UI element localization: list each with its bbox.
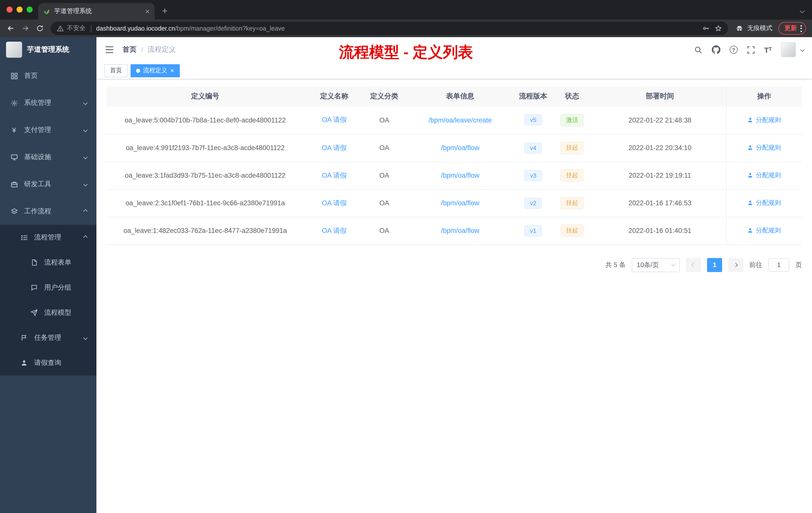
sidebar-item-process-model[interactable]: 流程模型: [0, 300, 96, 325]
table-row: oa_leave:1:482ec033-762a-11ec-8477-a2380…: [107, 217, 802, 244]
person-icon: [748, 200, 754, 206]
page-number-button[interactable]: 1: [707, 258, 722, 272]
form-link[interactable]: /bpm/oa/flow: [441, 144, 479, 152]
tab-title: 芋道管理系统: [54, 7, 141, 16]
sidebar-item-label: 流程管理: [34, 233, 61, 242]
zoom-window-button[interactable]: [27, 6, 33, 12]
prev-page-button[interactable]: [686, 258, 701, 272]
definition-id: oa_leave:1:482ec033-762a-11ec-8477-a2380…: [107, 217, 304, 244]
sidebar-item-process-form[interactable]: 流程表单: [0, 250, 96, 275]
version-badge: v5: [524, 115, 542, 126]
status-badge: 挂起: [560, 197, 583, 209]
bookmark-star-icon[interactable]: [715, 25, 722, 32]
new-tab-button[interactable]: +: [158, 4, 172, 18]
users-group-icon: [30, 283, 38, 292]
forward-button[interactable]: [19, 22, 32, 35]
definition-name-link[interactable]: OA 请假: [322, 199, 347, 207]
definition-category: OA: [365, 134, 404, 162]
chevron-left-icon: [692, 263, 696, 267]
assign-rule-link[interactable]: 分配规则: [748, 144, 781, 152]
minimize-window-button[interactable]: [17, 6, 23, 12]
url-text: dashboard.yudao.iocoder.cn/bpm/manager/d…: [96, 25, 285, 32]
tab-search-chevron-icon[interactable]: [800, 8, 805, 13]
assign-rule-link[interactable]: 分配规则: [748, 171, 781, 180]
version-badge: v3: [524, 170, 542, 181]
menu-kebab-icon[interactable]: [801, 25, 802, 32]
gear-icon: [10, 99, 18, 107]
definition-name-link[interactable]: OA 请假: [322, 116, 347, 124]
chevron-down-icon: [83, 155, 88, 159]
pagination-total: 共 5 条: [605, 260, 626, 269]
browser-toolbar: 不安全 dashboard.yudao.iocoder.cn/bpm/manag…: [0, 20, 812, 37]
deploy-time: 2022-01-22 19:19:11: [594, 162, 726, 189]
close-window-button[interactable]: [6, 6, 12, 12]
breadcrumb-home[interactable]: 首页: [122, 45, 137, 54]
app-logo[interactable]: 芋道管理系统: [0, 37, 96, 62]
definition-name-link[interactable]: OA 请假: [322, 227, 347, 234]
refresh-button[interactable]: [33, 22, 47, 35]
paper-plane-icon: [30, 309, 38, 317]
incognito-badge: 无痕模式: [735, 24, 772, 33]
definition-category: OA: [365, 217, 404, 244]
fullscreen-icon[interactable]: [747, 46, 755, 54]
sidebar-item-label: 基础设施: [24, 153, 51, 162]
deploy-time: 2022-01-16 17:46:53: [594, 189, 726, 217]
browser-update-button[interactable]: 更新: [778, 22, 806, 35]
sidebar: 芋道管理系统 首页 系统管理 ¥ 支付管理: [0, 37, 96, 513]
form-link[interactable]: /bpm/oa/flow: [441, 227, 479, 234]
sidebar-item-payment-management[interactable]: ¥ 支付管理: [0, 117, 96, 144]
goto-label: 前往: [749, 260, 762, 269]
sidebar-item-system-management[interactable]: 系统管理: [0, 89, 96, 117]
chevron-down-icon: [83, 128, 88, 132]
form-link[interactable]: /bpm/oa/leave/create: [428, 117, 492, 124]
tag-process-definition[interactable]: 流程定义 ×: [130, 64, 179, 77]
tag-home[interactable]: 首页: [105, 64, 127, 77]
sidebar-item-leave-query[interactable]: 请假查询: [0, 350, 96, 375]
column-header: 流程版本: [516, 86, 550, 107]
assign-rule-link[interactable]: 分配规则: [748, 227, 781, 235]
tab-close-icon[interactable]: ×: [145, 7, 150, 15]
search-icon[interactable]: [694, 46, 702, 54]
version-badge: v2: [524, 198, 542, 209]
page-size-select[interactable]: 10条/页: [632, 258, 680, 272]
sidebar-item-label: 首页: [24, 71, 38, 80]
form-link[interactable]: /bpm/oa/flow: [441, 172, 479, 179]
security-label[interactable]: 不安全: [67, 24, 86, 33]
sidebar-item-dev-tools[interactable]: 研发工具: [0, 171, 96, 198]
assign-rule-link[interactable]: 分配规则: [748, 116, 781, 124]
address-bar[interactable]: 不安全 dashboard.yudao.iocoder.cn/bpm/manag…: [51, 22, 728, 35]
definition-name-link[interactable]: OA 请假: [322, 172, 347, 179]
sidebar-item-home[interactable]: 首页: [0, 62, 96, 89]
user-avatar[interactable]: [781, 42, 796, 57]
user-menu-chevron-icon[interactable]: [801, 48, 805, 52]
column-header: 操作: [726, 86, 802, 107]
sidebar-item-infrastructure[interactable]: 基础设施: [0, 144, 96, 171]
back-button[interactable]: [4, 22, 18, 35]
yen-icon: ¥: [10, 126, 18, 134]
next-page-button[interactable]: [728, 258, 743, 272]
sidebar-toggle-icon[interactable]: [105, 45, 115, 55]
tags-view-bar: 首页 流程定义 ×: [96, 62, 812, 79]
goto-page-input[interactable]: [768, 258, 789, 272]
sidebar-item-task-management[interactable]: 任务管理: [0, 325, 96, 350]
github-icon[interactable]: [711, 45, 720, 54]
sidebar-item-user-group[interactable]: 用户分组: [0, 275, 96, 300]
sidebar-item-process-management[interactable]: 流程管理: [0, 225, 96, 250]
browser-tab[interactable]: 芋道管理系统 ×: [38, 3, 155, 20]
definition-id: oa_leave:3:1fad3d93-7b75-11ec-a3c8-acde4…: [107, 162, 304, 189]
divider: [91, 25, 91, 32]
navbar-actions: ? TT: [694, 42, 804, 57]
assign-rule-link[interactable]: 分配规则: [748, 199, 781, 207]
tag-close-icon[interactable]: ×: [170, 67, 174, 74]
monitor-icon: [10, 153, 18, 161]
status-badge: 挂起: [560, 142, 583, 154]
document-icon: [30, 259, 38, 267]
help-icon[interactable]: ?: [729, 46, 737, 54]
form-link[interactable]: /bpm/oa/flow: [441, 199, 479, 207]
font-size-icon[interactable]: TT: [764, 46, 772, 54]
column-header: 定义名称: [304, 86, 365, 107]
chevron-down-icon: [83, 336, 88, 340]
definition-name-link[interactable]: OA 请假: [322, 144, 347, 151]
password-key-icon[interactable]: [702, 25, 709, 32]
sidebar-item-workflow[interactable]: 工作流程: [0, 198, 96, 225]
